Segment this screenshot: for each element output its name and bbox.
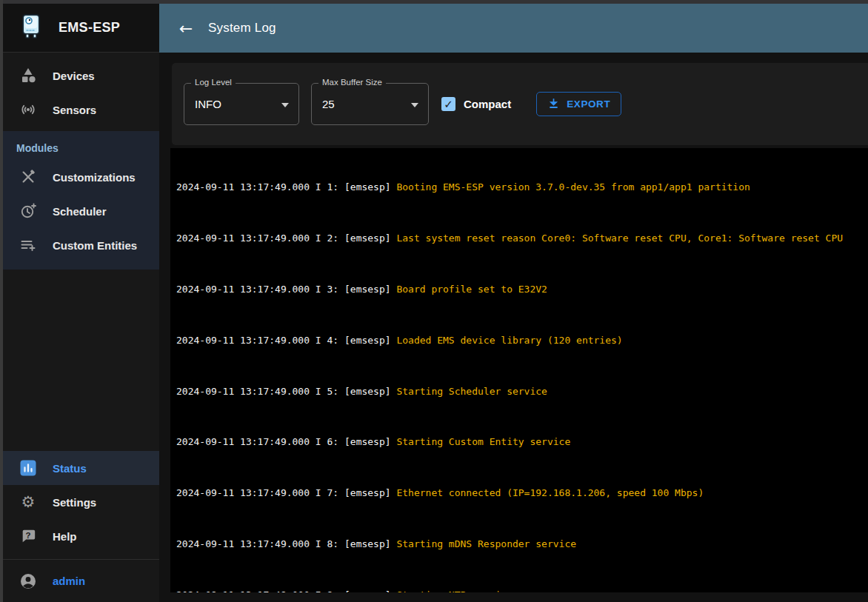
log-line-prefix: 2024-09-11 13:17:49.000 I 2: [emsesp] — [176, 233, 396, 244]
log-line-prefix: 2024-09-11 13:17:49.000 I 5: [emsesp] — [176, 386, 396, 397]
log-line-message: Loaded EMS device library (120 entries) — [396, 335, 622, 346]
account-circle-icon — [19, 572, 37, 590]
log-line: 2024-09-11 13:17:49.000 I 4: [emsesp] Lo… — [176, 334, 862, 347]
signed-in-user: admin — [53, 575, 85, 587]
log-line-message: Starting Custom Entity service — [396, 436, 570, 447]
log-level-select[interactable]: Log Level INFO — [184, 83, 299, 125]
help-bubble-icon: ? — [19, 527, 37, 545]
sidebar-item-label: Settings — [53, 496, 96, 509]
sidebar-item-label: Customizations — [53, 171, 136, 184]
sidebar-item-label: Help — [53, 530, 77, 543]
log-level-value: INFO — [195, 98, 221, 110]
download-icon — [547, 97, 560, 112]
sidebar-item-help[interactable]: ? Help — [3, 519, 159, 553]
gear-icon: ⚙ — [19, 493, 37, 511]
app-logo-row: EMS-ESP — [3, 4, 159, 53]
back-arrow-icon[interactable]: ← — [173, 15, 199, 41]
sidebar-bottom-group: Status ⚙ Settings ? Help — [3, 451, 159, 559]
log-line: 2024-09-11 13:17:49.000 I 7: [emsesp] Et… — [176, 486, 862, 499]
window-top-edge — [0, 0, 868, 4]
log-line-prefix: 2024-09-11 13:17:49.000 I 9: [emsesp] — [176, 589, 396, 592]
log-line-prefix: 2024-09-11 13:17:49.000 I 8: [emsesp] — [176, 538, 396, 549]
sidebar-item-custom-entities[interactable]: Custom Entities — [3, 228, 159, 262]
appbar: ← System Log — [159, 4, 868, 53]
sidebar-item-label: Sensors — [53, 104, 96, 116]
compact-checkbox-label: Compact — [464, 98, 511, 110]
boiler-logo-icon — [16, 12, 46, 44]
log-line: 2024-09-11 13:17:49.000 I 1: [emsesp] Bo… — [176, 181, 862, 193]
sidebar-item-settings[interactable]: ⚙ Settings — [3, 485, 159, 519]
log-line: 2024-09-11 13:17:49.000 I 6: [emsesp] St… — [176, 435, 862, 448]
compact-checkbox-group[interactable]: ✓ Compact — [441, 97, 511, 111]
chevron-down-icon — [281, 103, 289, 107]
sensors-icon — [19, 101, 37, 118]
log-line: 2024-09-11 13:17:49.000 I 5: [emsesp] St… — [176, 385, 862, 398]
sidebar-item-label: Status — [53, 462, 87, 475]
log-line-prefix: 2024-09-11 13:17:49.000 I 4: [emsesp] — [176, 335, 396, 346]
log-line: 2024-09-11 13:17:49.000 I 9: [emsesp] St… — [176, 589, 862, 592]
log-line-message: Last system reset reason Core0: Software… — [396, 233, 843, 244]
log-line-prefix: 2024-09-11 13:17:49.000 I 3: [emsesp] — [176, 284, 396, 295]
log-line-message: Starting Scheduler service — [396, 386, 547, 397]
log-line-message: Ethernet connected (IP=192.168.1.206, sp… — [396, 487, 704, 498]
category-icon — [19, 67, 37, 84]
sidebar-modules-section: Modules Customizations Scheduler — [3, 131, 159, 270]
sidebar: EMS-ESP Devices — [3, 4, 159, 602]
log-panel[interactable]: 2024-09-11 13:17:49.000 I 1: [emsesp] Bo… — [170, 148, 868, 592]
compact-checkbox[interactable]: ✓ — [441, 97, 455, 111]
sidebar-item-customizations[interactable]: Customizations — [3, 160, 159, 194]
window-left-edge — [0, 0, 3, 602]
log-level-label: Log Level — [191, 78, 236, 87]
max-buffer-size-select[interactable]: Max Buffer Size 25 — [311, 83, 429, 125]
sidebar-item-label: Scheduler — [53, 205, 107, 218]
max-buffer-size-value: 25 — [322, 98, 335, 110]
sidebar-top-group: Devices Sensors — [3, 53, 159, 131]
log-line-message: Board profile set to E32V2 — [396, 284, 547, 295]
export-button-label: EXPORT — [567, 98, 610, 110]
sidebar-item-scheduler[interactable]: Scheduler — [3, 194, 159, 228]
chevron-down-icon — [411, 103, 418, 107]
app-title: EMS-ESP — [59, 20, 120, 36]
log-line-message: Starting mDNS Responder service — [396, 538, 576, 549]
export-button[interactable]: EXPORT — [536, 92, 621, 116]
log-line-message: Starting NTP service — [396, 589, 513, 592]
tools-icon — [19, 168, 37, 186]
sidebar-item-sensors[interactable]: Sensors — [3, 93, 159, 127]
sidebar-item-label: Custom Entities — [53, 239, 137, 252]
log-line: 2024-09-11 13:17:49.000 I 2: [emsesp] La… — [176, 232, 862, 244]
modules-section-header: Modules — [3, 131, 159, 160]
log-line-message: Booting EMS-ESP version 3.7.0-dev.35 fro… — [396, 181, 750, 193]
log-controls-card: Log Level INFO Max Buffer Size 25 ✓ Comp… — [172, 63, 868, 145]
log-line: 2024-09-11 13:17:49.000 I 3: [emsesp] Bo… — [176, 283, 862, 295]
main-content: Log Level INFO Max Buffer Size 25 ✓ Comp… — [159, 53, 868, 602]
bar-chart-icon — [19, 459, 37, 477]
playlist-add-icon — [19, 236, 37, 254]
sidebar-item-devices[interactable]: Devices — [3, 58, 159, 93]
log-line: 2024-09-11 13:17:49.000 I 8: [emsesp] St… — [176, 538, 862, 550]
log-line-prefix: 2024-09-11 13:17:49.000 I 6: [emsesp] — [176, 436, 396, 447]
svg-text:?: ? — [26, 531, 31, 540]
max-buffer-size-label: Max Buffer Size — [318, 78, 386, 87]
sidebar-item-label: Devices — [53, 70, 95, 82]
clock-plus-icon — [19, 202, 37, 220]
log-line-prefix: 2024-09-11 13:17:49.000 I 1: [emsesp] — [176, 181, 396, 193]
sidebar-user-row[interactable]: admin — [3, 559, 159, 602]
sidebar-item-status[interactable]: Status — [3, 451, 159, 485]
log-line-prefix: 2024-09-11 13:17:49.000 I 7: [emsesp] — [176, 487, 396, 498]
page-title: System Log — [208, 21, 276, 36]
